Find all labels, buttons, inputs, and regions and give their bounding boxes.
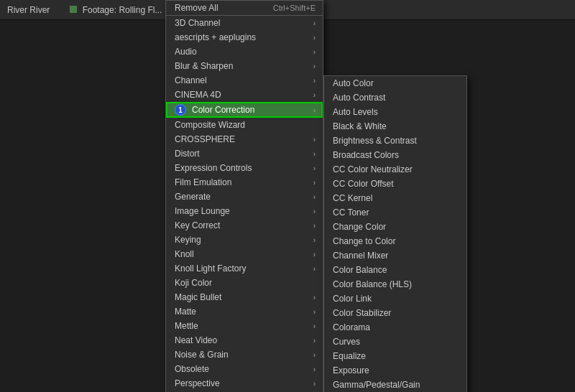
- menu-item-keying[interactable]: Keying ›: [166, 233, 323, 247]
- menu-item-auto-color[interactable]: Auto Color: [324, 76, 466, 90]
- menu-label: Curves: [333, 337, 360, 347]
- comp-name-label: River River: [7, 5, 50, 15]
- menu-label: Auto Contrast: [333, 93, 385, 103]
- menu-item-cinema4d[interactable]: CINEMA 4D ›: [166, 88, 323, 102]
- menu-item-change-color[interactable]: Change Color: [324, 220, 466, 234]
- menu-label: Channel Mixer: [333, 251, 388, 261]
- menu-item-audio[interactable]: Audio ›: [166, 45, 323, 59]
- menu-label: Black & White: [333, 121, 387, 131]
- menu-item-broadcast-colors[interactable]: Broadcast Colors: [324, 148, 466, 162]
- menu-label: Generate: [175, 192, 211, 202]
- color-correction-content: 1 Color Correction: [175, 104, 254, 116]
- menu-label: CC Color Offset: [333, 179, 393, 189]
- menu-item-obsolete[interactable]: Obsolete ›: [166, 362, 323, 376]
- menu-item-exposure[interactable]: Exposure: [324, 363, 466, 378]
- submenu-arrow: ›: [313, 62, 316, 70]
- menu-item-color-stabilizer[interactable]: Color Stabilizer: [324, 306, 466, 320]
- menu-item-cc-kernel[interactable]: CC Kernel: [324, 191, 466, 205]
- menu-item-colorama[interactable]: Colorama: [324, 320, 466, 335]
- menu-item-gamma-pedestal-gain[interactable]: Gamma/Pedestal/Gain: [324, 378, 466, 392]
- menu-label: Obsolete: [175, 364, 209, 374]
- menu-item-perspective[interactable]: Perspective ›: [166, 376, 323, 391]
- menu-item-color-balance-hls[interactable]: Color Balance (HLS): [324, 277, 466, 291]
- menu-item-remove-all[interactable]: Remove All Ctrl+Shift+E: [166, 1, 323, 16]
- menu-label: Koji Color: [175, 278, 212, 288]
- menu-item-auto-levels[interactable]: Auto Levels: [324, 105, 466, 119]
- submenu-arrow: ›: [313, 308, 316, 316]
- menu-label: Perspective: [175, 378, 220, 388]
- menu-label: Auto Levels: [333, 107, 378, 117]
- menu-label: Gamma/Pedestal/Gain: [333, 380, 420, 390]
- menu-item-noise-grain[interactable]: Noise & Grain ›: [166, 347, 323, 362]
- menu-label: Color Correction: [192, 105, 254, 115]
- menu-label: Color Balance (HLS): [333, 279, 412, 289]
- menu-label: Color Stabilizer: [333, 308, 391, 318]
- menu-item-generate[interactable]: Generate ›: [166, 190, 323, 204]
- menu-label: Color Link: [333, 294, 372, 304]
- menu-item-aescripts[interactable]: aescripts + aeplugins ›: [166, 30, 323, 45]
- menu-item-knoll[interactable]: Knoll ›: [166, 247, 323, 261]
- menu-item-film-emulation[interactable]: Film Emulation ›: [166, 175, 323, 190]
- menu-item-curves[interactable]: Curves: [324, 335, 466, 349]
- submenu-arrow: ›: [313, 236, 316, 244]
- submenu-arrow: ›: [313, 193, 316, 201]
- menu-label: Change to Color: [333, 236, 395, 246]
- menu-label: Channel: [175, 75, 207, 85]
- submenu-arrow: ›: [313, 150, 316, 158]
- menu-item-color-link[interactable]: Color Link: [324, 291, 466, 306]
- menu-item-color-balance[interactable]: Color Balance: [324, 263, 466, 277]
- menu-label: Keying: [175, 235, 201, 245]
- menu-item-blur-sharpen[interactable]: Blur & Sharpen ›: [166, 59, 323, 73]
- menu-item-matte[interactable]: Matte ›: [166, 304, 323, 319]
- menu-label: Magic Bullet: [175, 292, 221, 302]
- menu-label: Distort: [175, 149, 200, 159]
- menu-label: Blur & Sharpen: [175, 61, 233, 71]
- menu-item-equalize[interactable]: Equalize: [324, 349, 466, 363]
- menu-label: aescripts + aeplugins: [175, 32, 256, 42]
- menu-item-crossphere[interactable]: CROSSPHERE ›: [166, 132, 323, 146]
- menu-item-expression-controls[interactable]: Expression Controls ›: [166, 161, 323, 175]
- menu-item-image-lounge[interactable]: Image Lounge ›: [166, 204, 323, 218]
- menu-label: Composite Wizard: [175, 120, 245, 130]
- menu-label: Knoll: [175, 249, 194, 259]
- submenu-arrow: ›: [313, 164, 316, 172]
- menu-item-brightness-contrast[interactable]: Brightness & Contrast: [324, 134, 466, 148]
- menu-label: Neat Video: [175, 335, 217, 345]
- badge-1: 1: [175, 104, 186, 116]
- menu-item-cc-color-offset[interactable]: CC Color Offset: [324, 177, 466, 191]
- menu-item-mettle[interactable]: Mettle ›: [166, 319, 323, 333]
- menu-item-auto-contrast[interactable]: Auto Contrast: [324, 90, 466, 105]
- menu-item-cc-toner[interactable]: CC Toner: [324, 205, 466, 220]
- menu-item-channel[interactable]: Channel ›: [166, 73, 323, 88]
- menu-label: Auto Color: [333, 78, 374, 88]
- submenu-arrow: ›: [313, 265, 316, 273]
- menu-item-change-to-color[interactable]: Change to Color: [324, 234, 466, 248]
- submenu-arrow: ›: [313, 351, 316, 359]
- menu-item-color-correction[interactable]: 1 Color Correction ›: [166, 102, 323, 118]
- remove-all-label: Remove All: [175, 3, 218, 13]
- menu-item-knoll-light-factory[interactable]: Knoll Light Factory ›: [166, 261, 323, 276]
- menu-item-distort[interactable]: Distort ›: [166, 146, 323, 161]
- menu-item-channel-mixer[interactable]: Channel Mixer: [324, 248, 466, 263]
- submenu-arrow: ›: [313, 19, 316, 27]
- menu-item-key-correct[interactable]: Key Correct ›: [166, 218, 323, 233]
- menu-label: CC Toner: [333, 207, 369, 218]
- submenu-arrow: ›: [313, 337, 316, 345]
- submenu-arrow: ›: [313, 222, 316, 230]
- submenu-arrow: ›: [313, 91, 316, 99]
- menu-item-cc-color-neutralizer[interactable]: CC Color Neutralizer: [324, 162, 466, 177]
- menu-item-composite-wizard[interactable]: Composite Wizard: [166, 118, 323, 132]
- menu-item-3d-channel[interactable]: 3D Channel ›: [166, 16, 323, 30]
- menu-label: Image Lounge: [175, 206, 230, 216]
- menu-label: Brightness & Contrast: [333, 136, 417, 146]
- submenu-arrow: ›: [313, 48, 316, 56]
- menu-label: Audio: [175, 47, 197, 57]
- submenu-arrow: ›: [313, 179, 316, 187]
- submenu-arrow: ›: [313, 136, 316, 144]
- menu-item-neat-video[interactable]: Neat Video ›: [166, 333, 323, 347]
- submenu-arrow: ›: [313, 106, 316, 114]
- menu-item-koji-color[interactable]: Koji Color: [166, 276, 323, 290]
- menu-item-black-white[interactable]: Black & White: [324, 119, 466, 134]
- menu-label: Expression Controls: [175, 163, 252, 173]
- menu-item-magic-bullet[interactable]: Magic Bullet ›: [166, 290, 323, 304]
